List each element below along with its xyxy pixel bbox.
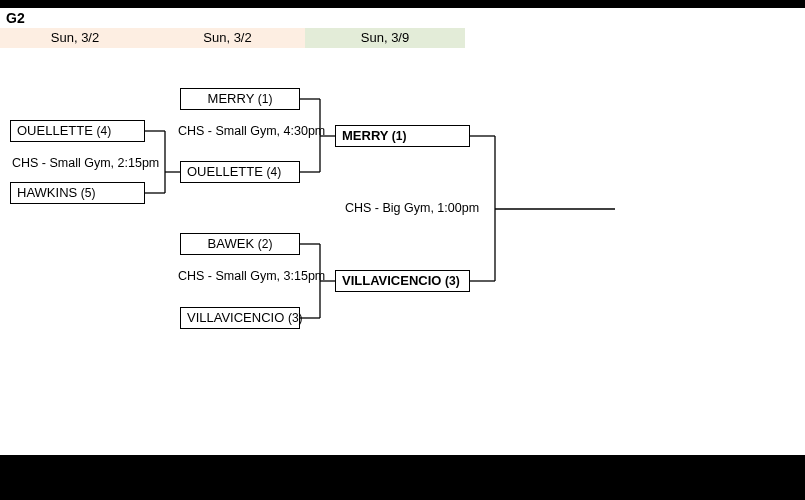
r2-m2-top: BAWEK (2) (180, 233, 300, 255)
team-seed: (1) (392, 129, 407, 143)
team-seed: (4) (266, 165, 281, 179)
final-bottom: VILLAVICENCIO (3) (335, 270, 470, 292)
team-name: OUELLETTE (187, 164, 263, 179)
team-seed: (1) (258, 92, 273, 106)
r1-m1-bottom: HAWKINS (5) (10, 182, 145, 204)
bracket-connectors (0, 58, 805, 458)
date-header-row: Sun, 3/2 Sun, 3/2 Sun, 3/9 (0, 28, 805, 48)
r2-m2-info: CHS - Small Gym, 3:15pm (178, 269, 325, 283)
r1-m1-info: CHS - Small Gym, 2:15pm (12, 156, 159, 170)
r1-m1-top: OUELLETTE (4) (10, 120, 145, 142)
team-seed: (3) (288, 311, 303, 325)
team-seed: (2) (258, 237, 273, 251)
team-name: MERRY (342, 128, 388, 143)
r2-m1-bottom: OUELLETTE (4) (180, 161, 300, 183)
team-name: MERRY (208, 91, 254, 106)
team-name: HAWKINS (17, 185, 77, 200)
final-info: CHS - Big Gym, 1:00pm (345, 201, 479, 215)
bracket-title: G2 (0, 8, 805, 28)
team-name: OUELLETTE (17, 123, 93, 138)
final-top: MERRY (1) (335, 125, 470, 147)
r2-m2-bottom: VILLAVICENCIO (3) (180, 307, 300, 329)
team-seed: (4) (96, 124, 111, 138)
content: G2 Sun, 3/2 Sun, 3/2 Sun, 3/9 (0, 8, 805, 48)
r2-m1-info: CHS - Small Gym, 4:30pm (178, 124, 325, 138)
team-seed: (3) (445, 274, 460, 288)
bracket-area: OUELLETTE (4) CHS - Small Gym, 2:15pm HA… (0, 58, 805, 458)
team-name: VILLAVICENCIO (187, 310, 284, 325)
date-col-2: Sun, 3/2 (150, 28, 305, 48)
date-col-3: Sun, 3/9 (305, 28, 465, 48)
team-seed: (5) (81, 186, 96, 200)
team-name: VILLAVICENCIO (342, 273, 441, 288)
letterbox-top (0, 0, 805, 8)
letterbox-bottom (0, 455, 805, 500)
team-name: BAWEK (208, 236, 254, 251)
date-col-1: Sun, 3/2 (0, 28, 150, 48)
r2-m1-top: MERRY (1) (180, 88, 300, 110)
page: G2 Sun, 3/2 Sun, 3/2 Sun, 3/9 (0, 0, 805, 500)
